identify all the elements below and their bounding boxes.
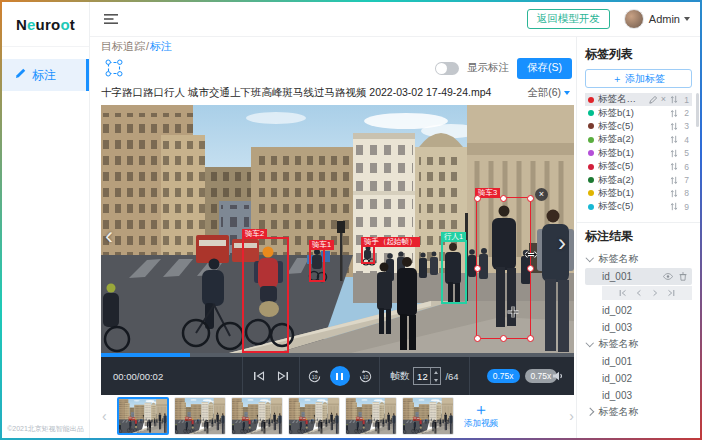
label-color-dot xyxy=(588,150,594,156)
result-id-row[interactable]: id_001 xyxy=(585,268,692,285)
trash-icon[interactable] xyxy=(679,272,687,281)
show-annotation-toggle[interactable] xyxy=(435,62,459,75)
label-row[interactable]: 标签b(1)8 xyxy=(585,187,692,200)
label-row[interactable]: 标签名字最长数...×1 xyxy=(585,93,692,106)
edit-icon[interactable] xyxy=(649,96,657,104)
pause-button[interactable] xyxy=(330,366,350,386)
sort-icon[interactable] xyxy=(670,122,678,131)
next-video-chevron[interactable]: › xyxy=(558,232,566,254)
next-frame-icon[interactable] xyxy=(277,371,289,381)
label-row[interactable]: 标签a(2)7 xyxy=(585,173,692,186)
annotation-box[interactable]: 骑车2 xyxy=(242,237,289,353)
result-id-row[interactable]: id_002 xyxy=(585,302,692,319)
pagination-last-icon[interactable] xyxy=(667,289,675,297)
resize-handle[interactable] xyxy=(527,265,534,272)
speed-pill-active[interactable]: 0.75x xyxy=(487,369,520,383)
volume-icon[interactable] xyxy=(552,370,564,382)
frame-step-down-icon[interactable] xyxy=(431,376,440,384)
add-label-button[interactable]: ＋ 添加标签 xyxy=(585,69,692,88)
sort-icon[interactable] xyxy=(670,135,678,144)
forward-10-icon[interactable]: 10 xyxy=(358,369,373,384)
add-video-button[interactable]: ＋ 添加视频 xyxy=(459,396,503,436)
menu-fold-icon[interactable] xyxy=(104,13,118,25)
video-thumbnail[interactable] xyxy=(288,397,340,435)
frame-step-up-icon[interactable] xyxy=(431,368,440,376)
pagination-next-icon[interactable] xyxy=(651,289,659,297)
frame-number-input[interactable] xyxy=(414,368,430,384)
resize-handle[interactable] xyxy=(474,335,481,342)
resize-handle[interactable] xyxy=(500,195,507,202)
label-row[interactable]: 标签b(1)2 xyxy=(585,106,692,119)
right-panel: 标签列表 ＋ 添加标签 标签名字最长数...×1标签b(1)2标签c(5)3标签… xyxy=(576,37,700,438)
label-row[interactable]: 标签a(2)4 xyxy=(585,133,692,146)
save-button[interactable]: 保存(S) xyxy=(517,58,572,79)
filmstrip-next-chevron[interactable]: › xyxy=(569,408,574,424)
resize-handle[interactable] xyxy=(527,335,534,342)
video-player[interactable]: 骑车2骑车1骑手（起始帧）行人1骑车3× ‹ › 00:00/00:02 xyxy=(101,105,574,395)
main-region: 返回模型开发 Admin 目标追踪/标注 显示标注 保存(S) xyxy=(90,2,700,438)
results-tree: 标签名称id_001id_002id_003标签名称id_001id_002id… xyxy=(585,251,692,421)
resize-handle[interactable] xyxy=(474,195,481,202)
result-id-row[interactable]: id_001 xyxy=(585,353,692,370)
logo-letter: t xyxy=(70,16,75,33)
label-row[interactable]: 标签c(5)3 xyxy=(585,120,692,133)
sidebar-item-annotation[interactable]: 标注 xyxy=(2,59,89,91)
prev-video-chevron[interactable]: ‹ xyxy=(105,225,113,247)
sort-icon[interactable] xyxy=(670,109,678,118)
label-color-dot xyxy=(588,137,594,143)
chevron-down-icon xyxy=(586,339,594,347)
label-row[interactable]: 标签c(5)9 xyxy=(585,200,692,213)
app-window: Neuroot 标注 ©2021北京矩视智能出品 返回模型开发 Admin 目标… xyxy=(2,2,700,438)
video-thumbnail[interactable] xyxy=(117,397,169,435)
video-thumbnail[interactable] xyxy=(231,397,283,435)
video-thumbnail[interactable] xyxy=(402,397,454,435)
annotation-toolbar: 显示标注 保存(S) xyxy=(101,55,576,81)
close-icon[interactable]: × xyxy=(661,95,666,104)
pagination-first-icon[interactable] xyxy=(619,289,627,297)
result-group-header[interactable]: 标签名称 xyxy=(585,336,692,353)
label-row[interactable]: 标签b(1)5 xyxy=(585,147,692,160)
annotation-box[interactable]: 骑手（起始帧） xyxy=(361,245,375,264)
back-to-model-dev-button[interactable]: 返回模型开发 xyxy=(527,9,610,29)
eye-icon[interactable] xyxy=(663,273,673,280)
resize-handle[interactable] xyxy=(527,195,534,202)
label-index: 6 xyxy=(682,162,689,172)
label-name: 标签c(5) xyxy=(598,160,666,173)
logo-letter: o xyxy=(51,16,60,33)
delete-annotation-button[interactable]: × xyxy=(535,188,548,201)
labels-scrollbar[interactable] xyxy=(696,93,699,127)
frame-number-stepper[interactable] xyxy=(413,367,441,385)
label-index: 3 xyxy=(682,121,689,131)
rect-select-tool-icon[interactable] xyxy=(105,59,123,77)
result-id-row[interactable]: id_003 xyxy=(585,387,692,404)
frame-pagination xyxy=(602,286,692,300)
prev-frame-icon[interactable] xyxy=(253,371,265,381)
result-group-header[interactable]: 标签名称 xyxy=(585,404,692,421)
label-name: 标签b(1) xyxy=(598,147,666,160)
sort-icon[interactable] xyxy=(670,95,678,104)
sort-icon[interactable] xyxy=(670,176,678,185)
video-thumbnail[interactable] xyxy=(174,397,226,435)
sort-icon[interactable] xyxy=(670,162,678,171)
resize-handle[interactable] xyxy=(500,335,507,342)
breadcrumb-parent[interactable]: 目标追踪 xyxy=(101,39,145,54)
sort-icon[interactable] xyxy=(670,202,678,211)
sort-icon[interactable] xyxy=(670,149,678,158)
filter-dropdown[interactable]: 全部(6) xyxy=(527,86,576,100)
rewind-10-icon[interactable]: 10 xyxy=(307,369,322,384)
label-row[interactable]: 标签c(5)6 xyxy=(585,160,692,173)
annotation-box[interactable]: 行人1 xyxy=(441,240,467,304)
pagination-prev-icon[interactable] xyxy=(635,289,643,297)
annotation-box[interactable]: 骑车1 xyxy=(309,248,325,282)
user-menu[interactable]: Admin xyxy=(649,13,690,25)
result-group-header[interactable]: 标签名称 xyxy=(585,251,692,268)
result-id-row[interactable]: id_003 xyxy=(585,319,692,336)
avatar[interactable] xyxy=(624,9,644,29)
result-id-row[interactable]: id_002 xyxy=(585,370,692,387)
annotation-box[interactable]: 骑车3× xyxy=(476,197,531,339)
filmstrip-prev-chevron[interactable]: ‹ xyxy=(102,408,107,424)
video-thumbnail[interactable] xyxy=(345,397,397,435)
resize-handle[interactable] xyxy=(474,265,481,272)
filmstrip: ‹ ＋ 添加视频 › xyxy=(101,395,576,437)
sort-icon[interactable] xyxy=(670,189,678,198)
